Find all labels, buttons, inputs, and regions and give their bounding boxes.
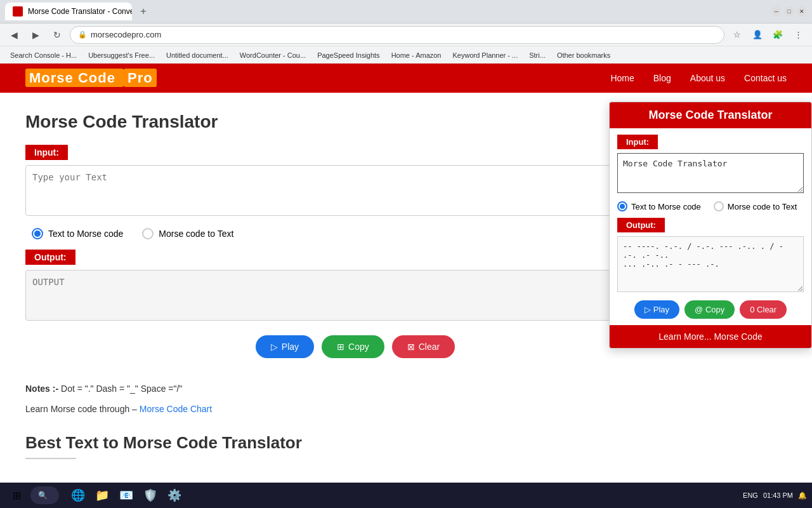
popup-learn-button[interactable]: Learn More... Morse Code bbox=[610, 325, 811, 348]
nav-contact[interactable]: Contact us bbox=[744, 73, 787, 83]
bookmark-label: Home - Amazon bbox=[391, 51, 442, 59]
play-button[interactable]: ▷ Play bbox=[256, 335, 314, 358]
morse-chart-link[interactable]: Morse Code Chart bbox=[140, 404, 212, 414]
popup-copy-button[interactable]: @ Copy bbox=[684, 300, 735, 319]
popup-clear-button[interactable]: 0 Clear bbox=[740, 300, 787, 319]
section2-container: Best Text to Morse Code Translator bbox=[25, 433, 685, 459]
taskbar-app-3[interactable]: 📧 bbox=[115, 484, 138, 507]
popup-radio-morse-to-text[interactable]: Morse code to Text bbox=[714, 201, 797, 211]
taskbar-lang: ENG bbox=[743, 491, 758, 499]
taskbar-search[interactable]: 🔍 bbox=[30, 486, 59, 504]
popup-output-section: Output: -- ----. -.-. / -.-. --- .-.. . … bbox=[610, 218, 811, 294]
bookmark-amazon[interactable]: Home - Amazon bbox=[386, 50, 447, 60]
close-button[interactable]: ✕ bbox=[797, 6, 807, 17]
nav-home[interactable]: Home bbox=[610, 73, 634, 83]
taskbar-right: ENG 01:43 PM 🔔 bbox=[743, 491, 807, 500]
extension-icon[interactable]: 🧩 bbox=[769, 26, 787, 44]
section-title-2: Best Text to Morse Code Translator bbox=[25, 433, 685, 453]
maximize-button[interactable]: □ bbox=[784, 6, 794, 17]
popup-radio-label-text-to-morse: Text to Morse code bbox=[631, 202, 701, 211]
popup-play-button[interactable]: ▷ Play bbox=[634, 300, 679, 319]
popup-widget: Morse Code Translator Input: Morse Code … bbox=[609, 102, 812, 349]
popup-input[interactable]: Morse Code Translator bbox=[617, 153, 804, 193]
window-controls: ─ □ ✕ bbox=[771, 6, 807, 17]
reload-button[interactable]: ↻ bbox=[48, 26, 66, 44]
radio-group: Text to Morse code Morse code to Text bbox=[25, 228, 685, 239]
taskbar-app-1[interactable]: 🌐 bbox=[67, 484, 89, 507]
logo-text: Morse Code bbox=[25, 69, 124, 87]
clear-button[interactable]: ⊠ Clear bbox=[392, 335, 455, 358]
settings-icon[interactable]: ⋮ bbox=[789, 26, 807, 44]
site-header: Morse Code Pro Home Blog About us Contac… bbox=[0, 64, 812, 93]
radio-circle-morse-to-text bbox=[142, 228, 154, 239]
back-button[interactable]: ◀ bbox=[5, 26, 23, 44]
notes-text: Dot = "." Dash = "_" Space ="/" bbox=[61, 384, 182, 394]
copy-icon: ⊞ bbox=[337, 342, 344, 352]
radio-label-text-to-morse: Text to Morse code bbox=[48, 229, 123, 239]
taskbar-app-5[interactable]: ⚙️ bbox=[163, 484, 186, 507]
popup-input-label: Input: bbox=[617, 135, 658, 149]
radio-circle-text-to-morse bbox=[32, 228, 43, 239]
page-content: Morse Code Pro Home Blog About us Contac… bbox=[0, 64, 812, 483]
site-nav: Home Blog About us Contact us bbox=[610, 73, 787, 83]
popup-play-label: Play bbox=[653, 305, 669, 314]
browser-tab[interactable]: Morse Code Translator - Conver... ✕ bbox=[5, 3, 132, 20]
browser-toolbar: ◀ ▶ ↻ 🔒 morsecodepro.com ☆ 👤 🧩 ⋮ bbox=[0, 23, 812, 46]
notes-title: Notes :- bbox=[25, 384, 58, 394]
new-tab-button[interactable]: + bbox=[134, 3, 152, 20]
bookmark-pagespeed[interactable]: PageSpeed Insights bbox=[312, 50, 384, 60]
minimize-button[interactable]: ─ bbox=[771, 6, 782, 17]
bookmark-label: Ubersuggest's Free... bbox=[88, 51, 155, 59]
section-divider bbox=[25, 458, 76, 459]
tab-title: Morse Code Translator - Conver... bbox=[28, 7, 132, 16]
browser-titlebar: Morse Code Translator - Conver... ✕ + ─ … bbox=[0, 0, 812, 23]
radio-text-to-morse[interactable]: Text to Morse code bbox=[32, 228, 123, 239]
notification-icon[interactable]: 🔔 bbox=[798, 491, 807, 500]
popup-output[interactable]: -- ----. -.-. / -.-. --- .-.. . / - .-. … bbox=[617, 236, 804, 292]
bookmark-label: Other bookmarks bbox=[557, 51, 610, 59]
address-bar[interactable]: 🔒 morsecodepro.com bbox=[70, 26, 724, 44]
nav-blog[interactable]: Blog bbox=[653, 73, 671, 83]
bookmark-untitled[interactable]: Untitled document... bbox=[161, 50, 233, 60]
output-area[interactable] bbox=[25, 270, 685, 321]
popup-radio-circle-text-to-morse bbox=[617, 201, 627, 211]
radio-morse-to-text[interactable]: Morse code to Text bbox=[142, 228, 233, 239]
nav-about[interactable]: About us bbox=[690, 73, 725, 83]
taskbar-app-2[interactable]: 📁 bbox=[91, 484, 114, 507]
forward-button[interactable]: ▶ bbox=[27, 26, 44, 44]
copy-button[interactable]: ⊞ Copy bbox=[322, 335, 384, 358]
taskbar-apps: 🌐 📁 📧 🛡️ ⚙️ bbox=[67, 484, 186, 507]
bookmark-ubersuggest[interactable]: Ubersuggest's Free... bbox=[83, 50, 160, 60]
bookmark-search-console[interactable]: Search Console - H... bbox=[5, 50, 82, 60]
bookmark-icon[interactable]: ☆ bbox=[728, 26, 746, 44]
clear-label: Clear bbox=[419, 342, 440, 352]
bookmark-wordcounter[interactable]: WordCounter - Cou... bbox=[235, 50, 311, 60]
bookmark-keyword[interactable]: Keyword Planner - ... bbox=[448, 50, 523, 60]
popup-action-buttons: ▷ Play @ Copy 0 Clear bbox=[610, 294, 811, 325]
taskbar-app-4[interactable]: 🛡️ bbox=[139, 484, 162, 507]
bookmark-stri[interactable]: Stri... bbox=[524, 50, 551, 60]
clear-icon: ⊠ bbox=[407, 342, 415, 352]
popup-radio-text-to-morse[interactable]: Text to Morse code bbox=[617, 201, 701, 211]
input-label: Input: bbox=[25, 145, 68, 160]
logo-pro: Pro bbox=[124, 69, 157, 87]
popup-title: Morse Code Translator bbox=[610, 102, 811, 128]
page-title: Morse Code Translator bbox=[25, 112, 685, 132]
clock-time: 01:43 PM bbox=[763, 491, 793, 499]
copy-label: Copy bbox=[348, 342, 369, 352]
text-input[interactable] bbox=[25, 165, 685, 216]
search-icon: 🔍 bbox=[38, 491, 48, 500]
bookmarks-bar: Search Console - H... Ubersuggest's Free… bbox=[0, 46, 812, 64]
popup-output-label: Output: bbox=[617, 218, 665, 232]
popup-radio-group: Text to Morse code Morse code to Text bbox=[610, 195, 811, 218]
start-button[interactable]: ⊞ bbox=[5, 484, 28, 507]
popup-play-icon: ▷ bbox=[645, 305, 651, 314]
radio-label-morse-to-text: Morse code to Text bbox=[159, 229, 233, 239]
bookmark-label: WordCounter - Cou... bbox=[240, 51, 306, 59]
bookmark-other[interactable]: Other bookmarks bbox=[552, 50, 615, 60]
taskbar: ⊞ 🔍 🌐 📁 📧 🛡️ ⚙️ ENG 01:43 PM 🔔 bbox=[0, 483, 812, 508]
bookmark-label: Search Console - H... bbox=[10, 51, 77, 59]
profile-icon[interactable]: 👤 bbox=[749, 26, 766, 44]
play-icon: ▷ bbox=[271, 342, 278, 352]
bookmark-label: Untitled document... bbox=[166, 51, 228, 59]
